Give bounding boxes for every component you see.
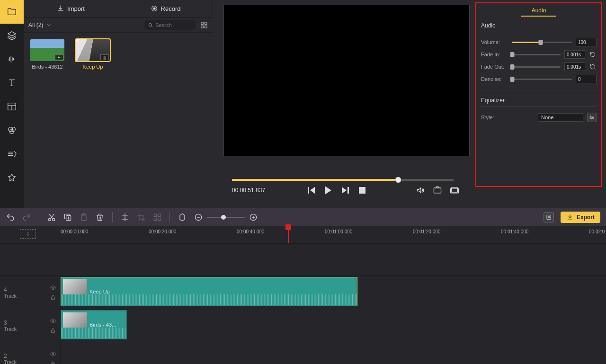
fullscreen-icon[interactable] bbox=[450, 186, 459, 195]
clip-item[interactable]: ▸ Birds - 43612 bbox=[30, 39, 64, 70]
preview-canvas[interactable] bbox=[223, 5, 470, 156]
svg-rect-25 bbox=[158, 218, 160, 221]
fadein-slider[interactable] bbox=[512, 54, 561, 55]
text-icon[interactable] bbox=[0, 71, 24, 95]
search-icon bbox=[148, 22, 153, 28]
track-number: 2 bbox=[4, 353, 17, 359]
eq-section-header: Equalizer bbox=[476, 94, 601, 106]
media-browser: All (2) ▸ Birds - 43612 ||| Keep Up bbox=[24, 18, 213, 208]
eq-settings-icon[interactable] bbox=[587, 113, 597, 122]
track-body[interactable]: Birds - 43... bbox=[61, 309, 606, 342]
zoom-out-button[interactable] bbox=[194, 213, 203, 222]
track-row: 4TrackKeep Up bbox=[0, 275, 606, 309]
svg-rect-23 bbox=[158, 214, 160, 216]
timeline-clip[interactable]: Birds - 43... bbox=[61, 310, 127, 339]
import-tab-label: Import bbox=[67, 5, 85, 12]
denoise-slider[interactable] bbox=[512, 79, 572, 80]
track-body[interactable]: Keep Up bbox=[61, 276, 606, 309]
fadeout-reset-icon[interactable] bbox=[589, 63, 597, 71]
svg-point-5 bbox=[153, 8, 155, 9]
play-button[interactable] bbox=[323, 186, 333, 195]
export-button[interactable]: Export bbox=[561, 212, 600, 223]
tracks-container: 4TrackKeep Up3TrackBirds - 43...2Track bbox=[0, 243, 606, 364]
audio-wave-icon[interactable] bbox=[0, 47, 24, 71]
undo-button[interactable] bbox=[6, 213, 15, 222]
volume-icon[interactable] bbox=[416, 186, 425, 195]
stop-button[interactable] bbox=[357, 186, 367, 195]
zoom-thumb[interactable] bbox=[221, 215, 226, 220]
zoom-in-button[interactable] bbox=[249, 213, 258, 222]
lock-icon[interactable] bbox=[50, 294, 56, 301]
record-tab[interactable]: Record bbox=[118, 0, 213, 17]
svg-rect-13 bbox=[451, 188, 459, 193]
timeline-clip[interactable]: Keep Up bbox=[61, 277, 357, 306]
fadein-reset-icon[interactable] bbox=[589, 51, 597, 58]
paste-button[interactable] bbox=[79, 213, 89, 222]
import-tab[interactable]: Import bbox=[24, 0, 118, 17]
track-header[interactable]: 2Track bbox=[0, 342, 61, 364]
copy-button[interactable] bbox=[63, 213, 72, 222]
visibility-icon[interactable] bbox=[50, 318, 56, 324]
timeline-ruler[interactable]: + 00:00:00.00000:00:20.00000:00:40.00000… bbox=[0, 226, 606, 243]
clip-thumb bbox=[63, 312, 87, 328]
visibility-icon[interactable] bbox=[50, 351, 56, 357]
snapshot-icon[interactable] bbox=[433, 186, 442, 195]
layout-icon[interactable] bbox=[0, 95, 24, 118]
elements-icon[interactable] bbox=[0, 166, 24, 189]
prev-frame-button[interactable] bbox=[306, 186, 316, 195]
visibility-icon[interactable] bbox=[50, 284, 56, 291]
search-input-wrap[interactable] bbox=[144, 20, 196, 30]
timecode: 00:00:51.837 bbox=[232, 187, 265, 194]
eq-style-select[interactable]: None bbox=[538, 113, 583, 122]
svg-rect-11 bbox=[434, 188, 441, 193]
lock-icon[interactable] bbox=[50, 327, 56, 334]
audio-panel-tab[interactable]: Audio bbox=[476, 3, 601, 19]
add-track-button[interactable]: + bbox=[20, 229, 36, 239]
track-header[interactable]: 4Track bbox=[0, 276, 61, 309]
svg-rect-32 bbox=[52, 330, 55, 332]
next-frame-button[interactable] bbox=[340, 186, 350, 195]
marker-button[interactable] bbox=[178, 213, 187, 222]
render-settings-icon[interactable] bbox=[544, 212, 554, 222]
lock-icon[interactable] bbox=[50, 360, 56, 364]
svg-point-31 bbox=[52, 320, 54, 322]
volume-slider[interactable] bbox=[512, 42, 572, 43]
split-button[interactable] bbox=[120, 213, 130, 222]
grid-view-icon[interactable] bbox=[200, 21, 208, 29]
fadein-value[interactable] bbox=[564, 50, 585, 59]
chevron-down-icon bbox=[46, 22, 52, 28]
seek-knob[interactable] bbox=[395, 177, 401, 183]
filter-dropdown[interactable]: All (2) bbox=[28, 22, 76, 28]
delete-button[interactable] bbox=[95, 213, 105, 222]
svg-rect-24 bbox=[154, 218, 156, 221]
svg-rect-30 bbox=[52, 297, 55, 299]
zoom-slider[interactable] bbox=[207, 217, 245, 218]
clip-item[interactable]: ||| Keep Up bbox=[76, 39, 110, 70]
clip-waveform bbox=[61, 294, 357, 305]
track-body[interactable] bbox=[61, 342, 606, 364]
redo-button[interactable] bbox=[22, 213, 31, 222]
timeline-toolbar: Export bbox=[0, 208, 606, 226]
fadeout-slider[interactable] bbox=[512, 66, 561, 68]
layers-icon[interactable] bbox=[0, 24, 24, 47]
preview-pane: 00:00:51.837 bbox=[218, 0, 473, 208]
volume-value[interactable] bbox=[576, 38, 597, 46]
seek-bar[interactable] bbox=[232, 179, 454, 181]
fadeout-label: Fade Out: bbox=[481, 64, 508, 70]
search-input[interactable] bbox=[155, 22, 188, 28]
cut-button[interactable] bbox=[47, 213, 56, 222]
filters-icon[interactable] bbox=[0, 118, 24, 142]
eq-style-label: Style: bbox=[481, 115, 508, 120]
crop-button[interactable] bbox=[136, 213, 146, 222]
clip-grid: ▸ Birds - 43612 ||| Keep Up bbox=[24, 33, 213, 76]
track-name: Track bbox=[4, 359, 17, 364]
denoise-value[interactable] bbox=[576, 75, 597, 83]
clip-label: Birds - 43612 bbox=[30, 64, 64, 70]
clip-name: Keep Up bbox=[89, 289, 110, 294]
media-tab-icon[interactable] bbox=[0, 0, 24, 24]
track-header[interactable]: 3Track bbox=[0, 309, 61, 342]
mosaic-button[interactable] bbox=[152, 213, 162, 222]
transitions-icon[interactable] bbox=[0, 142, 24, 166]
clip-thumbnail: ▸ bbox=[30, 39, 64, 61]
fadeout-value[interactable] bbox=[564, 62, 585, 71]
